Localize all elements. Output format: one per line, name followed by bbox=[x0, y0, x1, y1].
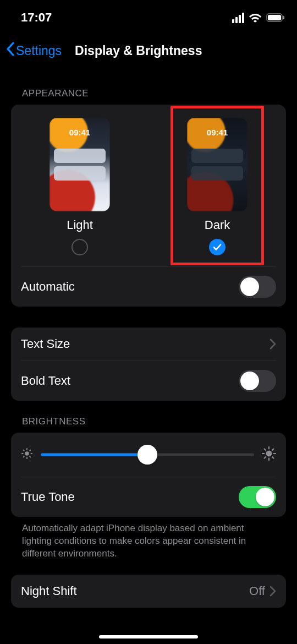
svg-line-18 bbox=[272, 457, 273, 458]
text-size-label: Text Size bbox=[21, 337, 70, 351]
text-size-row[interactable]: Text Size bbox=[11, 328, 286, 361]
bold-text-label: Bold Text bbox=[21, 374, 70, 388]
brightness-slider[interactable] bbox=[41, 444, 254, 466]
appearance-option-light[interactable]: 09:41 Light bbox=[28, 118, 132, 255]
back-button[interactable]: Settings bbox=[6, 42, 62, 59]
svg-point-3 bbox=[25, 451, 29, 455]
svg-line-17 bbox=[265, 449, 266, 450]
dark-radio[interactable] bbox=[209, 239, 226, 255]
automatic-row: Automatic bbox=[11, 267, 286, 307]
light-radio[interactable] bbox=[72, 239, 88, 255]
night-shift-row[interactable]: Night Shift Off bbox=[11, 575, 286, 608]
svg-line-9 bbox=[30, 456, 30, 457]
night-shift-card: Night Shift Off bbox=[11, 575, 286, 608]
preview-time-light: 09:41 bbox=[50, 128, 110, 137]
wifi-icon bbox=[249, 13, 262, 23]
automatic-label: Automatic bbox=[21, 280, 75, 294]
sun-high-icon bbox=[262, 446, 276, 463]
appearance-option-dark[interactable]: 09:41 Dark bbox=[165, 118, 270, 255]
status-bar: 17:07 bbox=[0, 0, 297, 30]
svg-rect-1 bbox=[268, 15, 281, 20]
text-card: Text Size Bold Text bbox=[11, 328, 286, 401]
light-preview: 09:41 bbox=[50, 118, 110, 211]
automatic-toggle[interactable] bbox=[239, 276, 276, 298]
sun-low-icon bbox=[21, 447, 33, 462]
brightness-card: True Tone bbox=[11, 433, 286, 517]
svg-line-10 bbox=[24, 456, 24, 457]
svg-line-20 bbox=[272, 449, 273, 450]
true-tone-description: Automatically adapt iPhone display based… bbox=[11, 517, 286, 560]
bold-text-row: Bold Text bbox=[11, 361, 286, 401]
checkmark-icon bbox=[212, 242, 222, 252]
cellular-signal-icon bbox=[232, 13, 244, 23]
battery-icon bbox=[266, 13, 285, 22]
svg-line-19 bbox=[265, 457, 266, 458]
bold-text-toggle[interactable] bbox=[239, 370, 276, 392]
back-label: Settings bbox=[16, 43, 62, 58]
true-tone-label: True Tone bbox=[21, 490, 75, 504]
home-indicator[interactable] bbox=[99, 635, 198, 638]
chevron-right-icon bbox=[270, 586, 276, 597]
svg-rect-2 bbox=[283, 16, 285, 19]
chevron-right-icon bbox=[270, 339, 276, 350]
appearance-card: 09:41 Light 09:41 Dark bbox=[11, 105, 286, 307]
page-title: Display & Brightness bbox=[62, 43, 292, 58]
svg-point-12 bbox=[266, 451, 272, 457]
brightness-slider-row bbox=[11, 433, 286, 477]
true-tone-toggle[interactable] bbox=[239, 486, 276, 508]
svg-line-11 bbox=[30, 450, 30, 451]
nav-bar: Settings Display & Brightness bbox=[0, 35, 297, 66]
dark-label: Dark bbox=[205, 218, 230, 232]
section-header-brightness: BRIGHTNESS bbox=[22, 416, 286, 427]
status-time: 17:07 bbox=[21, 10, 52, 25]
section-header-appearance: APPEARANCE bbox=[22, 88, 286, 99]
night-shift-label: Night Shift bbox=[21, 584, 77, 598]
chevron-left-icon bbox=[6, 42, 15, 59]
preview-time-dark: 09:41 bbox=[187, 128, 248, 137]
night-shift-value: Off bbox=[249, 584, 265, 598]
light-label: Light bbox=[67, 218, 93, 232]
appearance-chooser: 09:41 Light 09:41 Dark bbox=[11, 105, 286, 266]
dark-preview: 09:41 bbox=[187, 118, 248, 211]
svg-line-8 bbox=[24, 450, 24, 451]
status-right bbox=[232, 13, 285, 23]
true-tone-row: True Tone bbox=[11, 477, 286, 517]
